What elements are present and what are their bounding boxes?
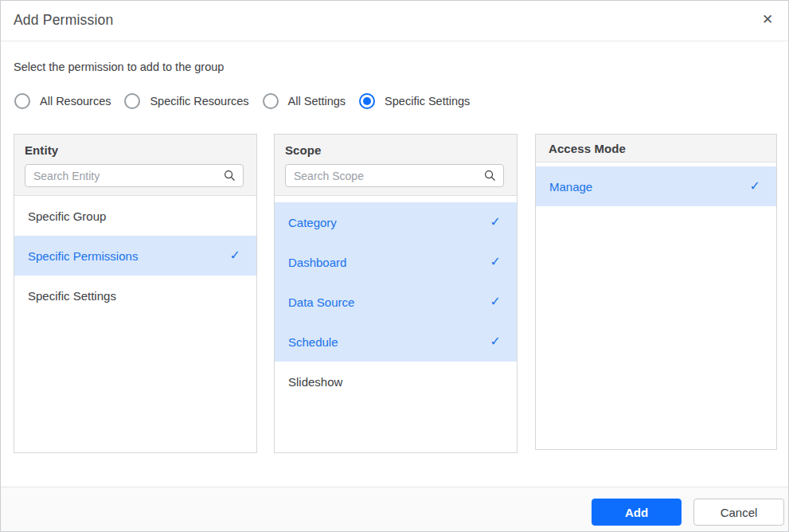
dialog-title: Add Permission xyxy=(14,12,113,29)
entity-search xyxy=(25,164,244,187)
close-icon[interactable]: ✕ xyxy=(758,10,777,29)
dialog-subtitle: Select the permission to add to the grou… xyxy=(14,61,224,73)
list-item-label: Data Source xyxy=(288,295,354,309)
radio-circle-icon xyxy=(124,93,140,109)
check-icon: ✓ xyxy=(490,216,501,229)
entity-list-item-selected[interactable]: Specific Permissions ✓ xyxy=(14,236,256,276)
access-mode-panel: Access Mode Manage ✓ xyxy=(535,134,777,450)
scope-panel-title: Scope xyxy=(285,143,504,157)
dialog-header: Add Permission ✕ xyxy=(1,1,788,41)
list-item-label: Schedule xyxy=(288,335,338,349)
radio-all-settings[interactable]: All Settings xyxy=(263,93,346,109)
entity-list-item[interactable]: Specific Settings xyxy=(14,276,256,315)
radio-specific-settings[interactable]: Specific Settings xyxy=(359,93,470,109)
list-item-label: Specific Group xyxy=(28,209,106,223)
radio-circle-icon xyxy=(263,93,279,109)
entity-search-input[interactable] xyxy=(25,164,244,187)
add-permission-dialog: Add Permission ✕ Select the permission t… xyxy=(0,0,789,532)
radio-label: Specific Resources xyxy=(150,95,248,108)
check-icon: ✓ xyxy=(490,335,501,348)
permission-type-radio-group: All Resources Specific Resources All Set… xyxy=(14,93,470,109)
scope-panel-header: Scope xyxy=(275,135,517,196)
entity-panel: Entity Specific Group Specific Permissio… xyxy=(14,134,257,453)
access-mode-list-item-selected[interactable]: Manage ✓ xyxy=(536,166,776,206)
cancel-button[interactable]: Cancel xyxy=(693,499,784,526)
radio-all-resources[interactable]: All Resources xyxy=(14,93,111,109)
scope-list-item-selected[interactable]: Category ✓ xyxy=(275,202,517,242)
list-item-label: Category xyxy=(288,216,337,229)
list-item-label: Manage xyxy=(549,180,592,194)
scope-list-item[interactable]: Slideshow xyxy=(275,362,517,401)
entity-list: Specific Group Specific Permissions ✓ Sp… xyxy=(14,196,256,315)
scope-list-item-selected[interactable]: Dashboard ✓ xyxy=(275,242,517,282)
entity-panel-title: Entity xyxy=(25,143,244,157)
check-icon: ✓ xyxy=(230,249,240,262)
check-icon: ✓ xyxy=(750,180,760,193)
access-mode-panel-title: Access Mode xyxy=(549,142,626,155)
list-item-label: Dashboard xyxy=(288,256,346,269)
entity-panel-header: Entity xyxy=(14,135,256,196)
radio-label: All Resources xyxy=(40,95,111,108)
scope-panel: Scope Category ✓ Dashboard ✓ Data Source… xyxy=(274,134,518,453)
scope-list-item-selected[interactable]: Data Source ✓ xyxy=(275,282,517,322)
scope-list: Category ✓ Dashboard ✓ Data Source ✓ Sch… xyxy=(275,196,517,401)
entity-list-item[interactable]: Specific Group xyxy=(14,196,256,236)
scope-search xyxy=(285,164,504,187)
list-item-label: Slideshow xyxy=(288,375,342,389)
radio-label: Specific Settings xyxy=(385,95,470,108)
dialog-footer: Add Cancel xyxy=(1,487,788,531)
radio-circle-selected-icon xyxy=(359,93,375,109)
access-mode-list: Manage ✓ xyxy=(536,162,776,206)
check-icon: ✓ xyxy=(490,295,501,308)
add-button[interactable]: Add xyxy=(592,499,682,526)
scope-list-item-selected[interactable]: Schedule ✓ xyxy=(275,322,517,362)
radio-specific-resources[interactable]: Specific Resources xyxy=(124,93,248,109)
list-item-label: Specific Settings xyxy=(28,289,116,303)
radio-label: All Settings xyxy=(288,95,346,108)
scope-search-input[interactable] xyxy=(285,164,504,187)
check-icon: ✓ xyxy=(490,256,501,268)
list-item-label: Specific Permissions xyxy=(28,249,138,263)
radio-circle-icon xyxy=(14,93,30,109)
access-mode-panel-header: Access Mode xyxy=(536,135,776,162)
